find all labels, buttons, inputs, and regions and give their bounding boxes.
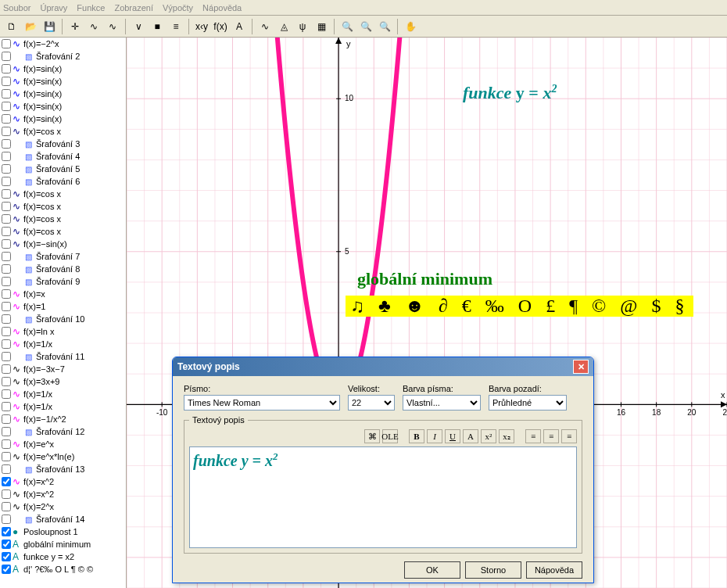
sidebar[interactable]: ∿f(x)=−2^x▧Šrafování 2∿f(x)=sin(x)∿f(x)=… [0,38,127,588]
format-button[interactable]: A [463,429,478,443]
sidebar-item[interactable]: ∿f(x)=2^x [0,500,126,513]
sidebar-item[interactable]: ∿f(x)=cos x [0,125,126,138]
format-button[interactable]: ≡ [561,429,577,443]
size-select[interactable]: 22 [348,395,395,411]
sidebar-item[interactable]: ●Posloupnost 1 [0,525,126,538]
sidebar-item[interactable]: ∿f(x)=−1/x^2 [0,413,126,425]
sidebar-checkbox[interactable] [2,389,11,399]
menu-úpravy[interactable]: Úpravy [40,3,67,13]
toolbar-button[interactable]: ■ [149,18,166,35]
sidebar-item[interactable]: ∿f(x)=sin(x) [0,113,126,125]
sidebar-checkbox[interactable] [2,177,11,186]
sidebar-item[interactable]: ∿f(x)=sin(x) [0,88,126,100]
sidebar-checkbox[interactable] [2,452,11,461]
sidebar-checkbox[interactable] [2,527,11,536]
toolbar-button[interactable]: ∿ [85,18,102,35]
toolbar-button[interactable]: x‹y [193,18,210,35]
sidebar-checkbox[interactable] [2,227,11,236]
sidebar-checkbox[interactable] [2,377,11,386]
text-editor[interactable]: funkce y = x2 [189,446,577,548]
sidebar-checkbox[interactable] [2,114,11,124]
sidebar-checkbox[interactable] [2,252,11,261]
sidebar-checkbox[interactable] [2,127,11,136]
format-button[interactable]: U [445,429,460,443]
sidebar-item[interactable]: ▧Šrafování 3 [0,138,126,150]
sidebar-item[interactable]: ∿f(x)=1/x [0,338,126,350]
format-button[interactable]: x₂ [499,429,514,443]
sidebar-item[interactable]: ∿f(x)=sin(x) [0,100,126,113]
sidebar-item[interactable]: ∿f(x)=x^2 [0,488,126,500]
toolbar-button[interactable]: ◬ [275,18,292,35]
sidebar-checkbox[interactable] [2,152,11,161]
sidebar-item[interactable]: ∿f(x)=−2^x [0,38,126,50]
sidebar-checkbox[interactable] [2,464,11,474]
help-button[interactable]: Nápověda [526,561,582,579]
toolbar-button[interactable]: 🔍 [357,18,374,35]
sidebar-checkbox[interactable] [2,427,11,436]
sidebar-checkbox[interactable] [2,52,11,61]
sidebar-checkbox[interactable] [2,314,11,324]
toolbar-button[interactable]: ∿ [104,18,121,35]
sidebar-item[interactable]: ▧Šrafování 14 [0,513,126,525]
toolbar-button[interactable]: ✛ [66,18,84,35]
sidebar-checkbox[interactable] [2,289,11,299]
format-button[interactable]: OLE [382,429,398,443]
format-button[interactable]: ≡ [543,429,559,443]
toolbar-button[interactable]: 📂 [22,18,39,35]
menu-zobrazení[interactable]: Zobrazení [114,3,153,13]
sidebar-checkbox[interactable] [2,189,11,199]
close-icon[interactable]: ✕ [573,360,589,374]
sidebar-checkbox[interactable] [2,164,11,174]
sidebar-item[interactable]: ∿f(x)=sin(x) [0,63,126,75]
sidebar-checkbox[interactable] [2,277,11,286]
sidebar-checkbox[interactable] [2,239,11,249]
toolbar-button[interactable]: 🔍 [376,18,393,35]
sidebar-checkbox[interactable] [2,352,11,361]
sidebar-checkbox[interactable] [2,89,11,99]
sidebar-checkbox[interactable] [2,302,11,311]
sidebar-item[interactable]: ∿f(x)=cos x [0,213,126,225]
sidebar-item[interactable]: ▧Šrafování 7 [0,250,126,263]
menu-nápověda[interactable]: Nápověda [202,3,242,13]
sidebar-checkbox[interactable] [2,565,11,574]
toolbar-button[interactable]: ✋ [402,18,419,35]
toolbar-button[interactable]: ψ [294,18,311,35]
sidebar-checkbox[interactable] [2,214,11,224]
ok-button[interactable]: OK [404,561,460,579]
toolbar-button[interactable]: A [231,18,248,35]
sidebar-checkbox[interactable] [2,414,11,424]
sidebar-item[interactable]: ∿f(x)=1/x [0,388,126,400]
format-button[interactable]: I [427,429,442,443]
sidebar-item[interactable]: Afunkce y = x2 [0,550,126,563]
format-button[interactable]: x² [481,429,496,443]
sidebar-checkbox[interactable] [2,489,11,499]
toolbar-button[interactable]: 💾 [41,18,58,35]
format-button[interactable]: ≡ [525,429,541,443]
bgcolor-select[interactable]: Průhledné [489,395,567,411]
sidebar-item[interactable]: ∿f(x)=1 [0,300,126,313]
sidebar-checkbox[interactable] [2,402,11,411]
sidebar-item[interactable]: Aglobální minimum [0,538,126,550]
toolbar-button[interactable]: ∿ [256,18,274,35]
sidebar-item[interactable]: ▧Šrafování 10 [0,313,126,325]
sidebar-item[interactable]: ∿f(x)=x [0,288,126,300]
sidebar-item[interactable]: ▧Šrafování 11 [0,350,126,363]
sidebar-item[interactable]: ▧Šrafování 13 [0,463,126,475]
sidebar-item[interactable]: ▧Šrafování 12 [0,425,126,438]
sidebar-checkbox[interactable] [2,102,11,111]
sidebar-checkbox[interactable] [2,264,11,274]
format-button[interactable]: B [409,429,424,443]
sidebar-item[interactable]: ∿f(x)=3x+9 [0,375,126,388]
sidebar-checkbox[interactable] [2,64,11,74]
font-select[interactable]: Times New Roman [184,395,340,411]
sidebar-item[interactable]: ∿f(x)=1/x [0,400,126,413]
sidebar-checkbox[interactable] [2,327,11,336]
sidebar-item[interactable]: ∿f(x)=ln x [0,325,126,338]
annotation-symbols[interactable]: ♫ ♣ ☻ ∂ € ‰ O £ ¶ © @ $ § [346,296,693,317]
sidebar-checkbox[interactable] [2,202,11,211]
sidebar-item[interactable]: ▧Šrafování 4 [0,150,126,163]
text-dialog[interactable]: Textový popis ✕ Písmo: Times New Roman V… [172,357,594,583]
sidebar-item[interactable]: ▧Šrafování 2 [0,50,126,63]
sidebar-checkbox[interactable] [2,552,11,561]
sidebar-checkbox[interactable] [2,439,11,449]
